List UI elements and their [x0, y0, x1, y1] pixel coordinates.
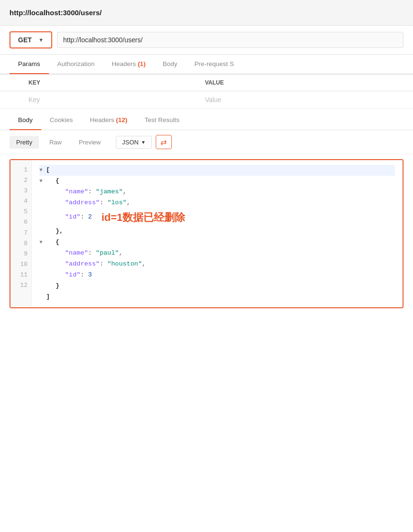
- code-line-8: "name": "paul",: [39, 248, 395, 259]
- request-row: GET ▼: [0, 26, 413, 55]
- method-button[interactable]: GET ▼: [9, 31, 52, 48]
- code-line-12: ]: [39, 292, 395, 303]
- code-line-5: "id": 2 id=1数据已经删除: [39, 209, 395, 226]
- table-row: Key Value: [0, 91, 413, 109]
- code-line-3: "name": "james",: [39, 187, 395, 198]
- code-content: 1 2 3 4 5 6 7 8 9 10 11 12 ▼ [ ▼ {: [10, 160, 403, 307]
- tab-prerequest[interactable]: Pre-request S: [186, 55, 242, 74]
- col-value: VALUE: [196, 75, 413, 91]
- row-key: Key: [19, 91, 196, 109]
- request-tabs: Params Authorization Headers (1) Body Pr…: [0, 55, 413, 74]
- code-line-2: ▼ {: [39, 176, 395, 187]
- code-area: 1 2 3 4 5 6 7 8 9 10 11 12 ▼ [ ▼ {: [9, 159, 404, 308]
- row-value: Value: [196, 91, 413, 109]
- top-bar: http://localhost:3000/users/: [0, 0, 413, 26]
- line-numbers: 1 2 3 4 5 6 7 8 9 10 11 12: [10, 160, 32, 307]
- code-line-4: "address": "los",: [39, 198, 395, 209]
- code-line-7: ▼ {: [39, 237, 395, 248]
- code-line-11: }: [39, 281, 395, 292]
- wrap-button[interactable]: ⇄: [156, 135, 172, 149]
- annotation-label: id=1数据已经删除: [92, 209, 186, 226]
- toggle-1[interactable]: ▼: [39, 166, 46, 175]
- tab-authorization[interactable]: Authorization: [49, 55, 103, 74]
- response-tabs: Body Cookies Headers (12) Test Results: [0, 111, 413, 130]
- url-input[interactable]: [57, 32, 404, 48]
- toggle-2[interactable]: ▼: [39, 177, 46, 186]
- toggle-7[interactable]: ▼: [39, 238, 46, 247]
- format-bar: Pretty Raw Preview JSON ▼ ⇄: [0, 130, 413, 154]
- code-line-6: },: [39, 226, 395, 237]
- code-line-10: "id": 3: [39, 270, 395, 281]
- tab-params[interactable]: Params: [9, 55, 49, 74]
- code-line-1: ▼ [: [39, 165, 395, 176]
- response-tab-testresults[interactable]: Test Results: [136, 111, 188, 130]
- response-tab-body[interactable]: Body: [9, 111, 41, 130]
- format-raw[interactable]: Raw: [43, 136, 68, 149]
- url-display: http://localhost:3000/users/: [9, 5, 404, 21]
- format-select[interactable]: JSON ▼: [116, 136, 152, 149]
- col-checkbox: [0, 75, 19, 91]
- response-tab-headers[interactable]: Headers (12): [82, 111, 136, 130]
- tab-headers[interactable]: Headers (1): [103, 55, 154, 74]
- code-line-9: "address": "houston",: [39, 259, 395, 270]
- format-preview[interactable]: Preview: [72, 136, 107, 149]
- method-arrow: ▼: [38, 37, 44, 43]
- format-pretty[interactable]: Pretty: [9, 136, 39, 149]
- col-key: KEY: [19, 75, 196, 91]
- method-label: GET: [18, 36, 32, 44]
- tab-body[interactable]: Body: [154, 55, 186, 74]
- wrap-icon: ⇄: [160, 138, 167, 147]
- row-checkbox: [0, 91, 19, 109]
- code-lines: ▼ [ ▼ { "name": "james", "address": "los…: [32, 160, 403, 307]
- params-table: KEY VALUE Key Value: [0, 74, 413, 109]
- response-tab-cookies[interactable]: Cookies: [41, 111, 82, 130]
